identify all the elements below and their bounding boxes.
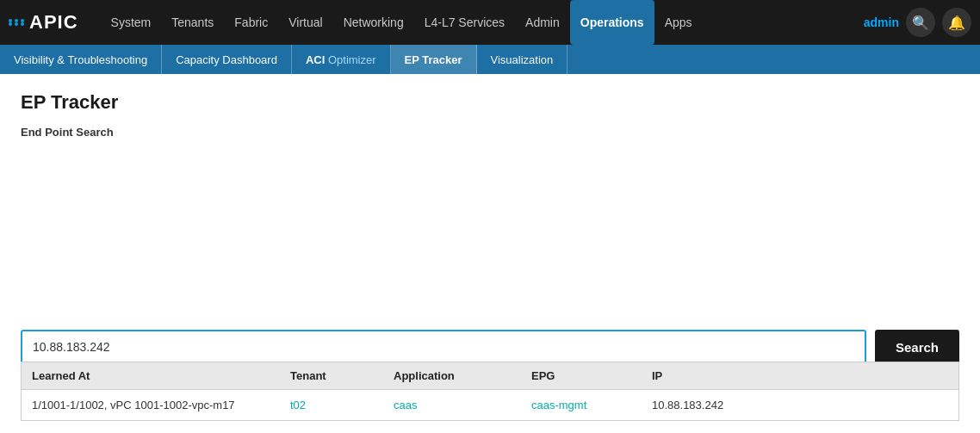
page-title: EP Tracker (21, 91, 959, 114)
cell-epg[interactable]: caas-mgmt (521, 390, 642, 420)
results-table: Learned At Tenant Application EPG IP 1/1… (21, 362, 959, 421)
section-label: End Point Search (21, 126, 959, 139)
search-icon-button[interactable]: 🔍 (906, 8, 935, 37)
search-area: Search (21, 330, 959, 364)
search-input[interactable] (21, 330, 866, 364)
nav-right: admin 🔍 🔔 (864, 8, 971, 37)
nav-item-tenants[interactable]: Tenants (161, 0, 224, 45)
cell-learned-at: 1/1001-1/1002, vPC 1001-1002-vpc-m17 (22, 390, 280, 420)
sub-nav-capacity[interactable]: Capacity Dashboard (162, 45, 292, 74)
table-header: Learned At Tenant Application EPG IP (21, 362, 959, 389)
nav-item-l4l7[interactable]: L4-L7 Services (414, 0, 515, 45)
table-row: 1/1001-1/1002, vPC 1001-1002-vpc-m17 t02… (21, 389, 959, 421)
nav-item-networking[interactable]: Networking (333, 0, 414, 45)
main-content: EP Tracker End Point Search Search Learn… (0, 74, 980, 433)
cell-application[interactable]: caas (383, 390, 521, 420)
cisco-dot (9, 22, 12, 26)
nav-items: System Tenants Fabric Virtual Networking… (101, 0, 864, 45)
cell-tenant[interactable]: t02 (280, 390, 383, 420)
apic-brand-text: APIC (29, 11, 78, 34)
sub-nav-visualization[interactable]: Visualization (477, 45, 568, 74)
top-nav: APIC System Tenants Fabric Virtual Netwo… (0, 0, 980, 45)
logo-area: APIC (9, 11, 92, 34)
nav-item-admin[interactable]: Admin (515, 0, 570, 45)
sub-nav-visibility[interactable]: Visibility & Troubleshooting (0, 45, 162, 74)
nav-item-system[interactable]: System (101, 0, 162, 45)
aci-label: ACI (306, 53, 325, 66)
nav-item-virtual[interactable]: Virtual (278, 0, 332, 45)
col-header-ip: IP (642, 362, 958, 389)
cisco-logo (9, 19, 24, 26)
admin-username: admin (864, 15, 899, 29)
cisco-dot (15, 22, 18, 26)
col-header-application: Application (383, 362, 521, 389)
search-button[interactable]: Search (875, 330, 959, 364)
nav-item-apps[interactable]: Apps (654, 0, 703, 45)
cell-ip: 10.88.183.242 (642, 390, 958, 420)
sub-nav: Visibility & Troubleshooting Capacity Da… (0, 45, 980, 74)
optimizer-label: Optimizer (328, 53, 376, 66)
notification-icon-button[interactable]: 🔔 (942, 8, 971, 37)
sub-nav-ep-tracker[interactable]: EP Tracker (391, 45, 477, 74)
col-header-learned-at: Learned At (22, 362, 280, 389)
col-header-epg: EPG (521, 362, 642, 389)
cisco-dot (21, 22, 24, 26)
col-header-tenant: Tenant (280, 362, 383, 389)
nav-item-operations[interactable]: Operations (570, 0, 654, 45)
nav-item-fabric[interactable]: Fabric (224, 0, 278, 45)
sub-nav-aci-optimizer[interactable]: ACI Optimizer (292, 45, 391, 74)
